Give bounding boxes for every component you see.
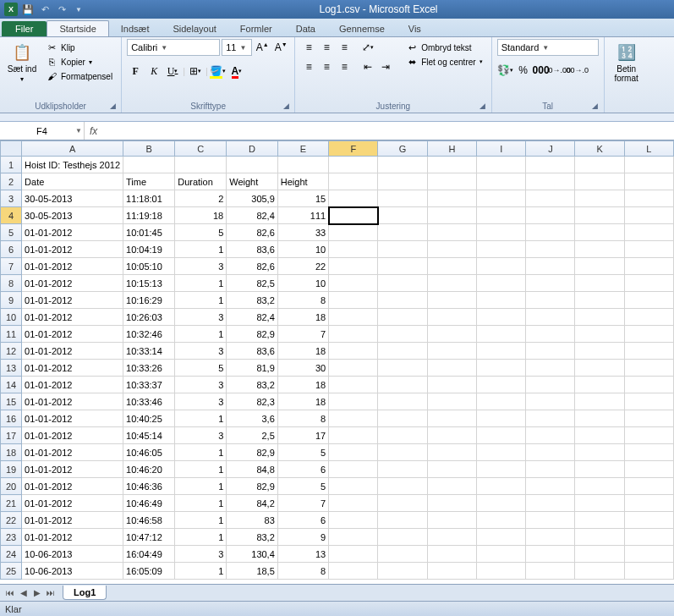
- cell[interactable]: [624, 360, 673, 377]
- clipboard-launcher-icon[interactable]: ◢: [107, 102, 118, 112]
- cell[interactable]: [477, 275, 526, 292]
- cell[interactable]: [526, 309, 575, 326]
- cell[interactable]: [427, 495, 476, 512]
- row-header[interactable]: 18: [1, 444, 22, 461]
- tab-startside[interactable]: Startside: [47, 20, 108, 36]
- cell[interactable]: [575, 360, 624, 377]
- cell[interactable]: [427, 563, 476, 580]
- cell[interactable]: [526, 275, 575, 292]
- cell[interactable]: [624, 224, 673, 241]
- decrease-indent-button[interactable]: ⇤: [359, 58, 376, 75]
- cell[interactable]: 305,9: [227, 190, 278, 207]
- cell[interactable]: [624, 461, 673, 478]
- cell[interactable]: [575, 343, 624, 360]
- cell[interactable]: [575, 326, 624, 343]
- row-header[interactable]: 8: [1, 275, 22, 292]
- italic-button[interactable]: K: [145, 63, 162, 80]
- cell[interactable]: [624, 258, 673, 275]
- cell[interactable]: 01-01-2012: [22, 275, 123, 292]
- cell[interactable]: 6: [277, 512, 328, 529]
- cell[interactable]: 01-01-2012: [22, 309, 123, 326]
- cell[interactable]: [378, 529, 427, 546]
- cell[interactable]: [575, 529, 624, 546]
- row-header[interactable]: 5: [1, 224, 22, 241]
- cell[interactable]: [477, 393, 526, 410]
- cell[interactable]: [477, 343, 526, 360]
- cell[interactable]: 3: [175, 427, 227, 444]
- row-header[interactable]: 13: [1, 360, 22, 377]
- cell[interactable]: 1: [175, 495, 227, 512]
- cell[interactable]: [526, 292, 575, 309]
- cell[interactable]: [477, 546, 526, 563]
- cell[interactable]: [624, 309, 673, 326]
- row-header[interactable]: 6: [1, 241, 22, 258]
- cell[interactable]: [526, 157, 575, 173]
- cell[interactable]: 01-01-2012: [22, 326, 123, 343]
- cell[interactable]: [624, 478, 673, 495]
- cell[interactable]: Hoist ID: Testhejs 2012: [22, 157, 123, 173]
- cell[interactable]: [624, 241, 673, 258]
- cell[interactable]: 81,9: [227, 360, 278, 377]
- cell[interactable]: [575, 224, 624, 241]
- cell[interactable]: 10:46:49: [123, 495, 175, 512]
- cell[interactable]: [378, 410, 427, 427]
- sheet-nav-last-icon[interactable]: ⏭: [44, 588, 58, 597]
- cell[interactable]: [526, 410, 575, 427]
- cell[interactable]: 11:19:18: [123, 207, 175, 224]
- cell[interactable]: 82,5: [227, 275, 278, 292]
- cell[interactable]: [378, 309, 427, 326]
- cell[interactable]: 16:04:49: [123, 546, 175, 563]
- cell[interactable]: [477, 157, 526, 173]
- row-header[interactable]: 24: [1, 546, 22, 563]
- cell[interactable]: 82,4: [227, 309, 278, 326]
- cell[interactable]: 22: [277, 258, 328, 275]
- cell[interactable]: 10:40:25: [123, 410, 175, 427]
- cell[interactable]: [378, 207, 427, 224]
- bold-button[interactable]: F: [127, 63, 144, 80]
- tab-vis[interactable]: Vis: [397, 21, 433, 36]
- column-header[interactable]: D: [227, 141, 278, 157]
- cell[interactable]: [427, 258, 476, 275]
- cell[interactable]: [378, 157, 427, 173]
- tab-sidelayout[interactable]: Sidelayout: [161, 21, 227, 36]
- cell[interactable]: [378, 461, 427, 478]
- align-bottom-button[interactable]: ≡: [336, 39, 353, 56]
- align-center-button[interactable]: ≡: [318, 58, 335, 75]
- cell[interactable]: 9: [277, 529, 328, 546]
- cell[interactable]: [526, 326, 575, 343]
- cell[interactable]: 8: [277, 292, 328, 309]
- cell[interactable]: 10:45:14: [123, 427, 175, 444]
- cell[interactable]: [624, 393, 673, 410]
- cell[interactable]: 18: [277, 393, 328, 410]
- column-header[interactable]: K: [575, 141, 624, 157]
- cell[interactable]: [575, 512, 624, 529]
- cell[interactable]: 01-01-2012: [22, 360, 123, 377]
- row-header[interactable]: 11: [1, 326, 22, 343]
- column-header[interactable]: A: [22, 141, 123, 157]
- cell[interactable]: [378, 495, 427, 512]
- cell[interactable]: [624, 190, 673, 207]
- cell[interactable]: 10-06-2013: [22, 563, 123, 580]
- cell[interactable]: [175, 157, 227, 173]
- cell[interactable]: [329, 427, 378, 444]
- cell[interactable]: 10: [277, 241, 328, 258]
- cell[interactable]: [329, 343, 378, 360]
- cell[interactable]: [329, 377, 378, 393]
- tab-indsaet[interactable]: Indsæt: [109, 21, 162, 36]
- cell[interactable]: [526, 258, 575, 275]
- cell[interactable]: 83,2: [227, 292, 278, 309]
- sheet-nav-first-icon[interactable]: ⏮: [3, 588, 17, 597]
- percent-button[interactable]: %: [515, 62, 532, 79]
- cell[interactable]: [329, 461, 378, 478]
- cell[interactable]: 18: [175, 207, 227, 224]
- cell[interactable]: [378, 444, 427, 461]
- cell[interactable]: 2: [175, 190, 227, 207]
- cell[interactable]: [329, 241, 378, 258]
- cell[interactable]: 1: [175, 478, 227, 495]
- worksheet-grid[interactable]: ABCDEFGHIJKL1Hoist ID: Testhejs 20122Dat…: [0, 140, 674, 602]
- cell[interactable]: 1: [175, 241, 227, 258]
- cell[interactable]: 130,4: [227, 546, 278, 563]
- undo-icon[interactable]: ↶: [37, 2, 52, 17]
- cell[interactable]: [624, 495, 673, 512]
- cell[interactable]: [378, 258, 427, 275]
